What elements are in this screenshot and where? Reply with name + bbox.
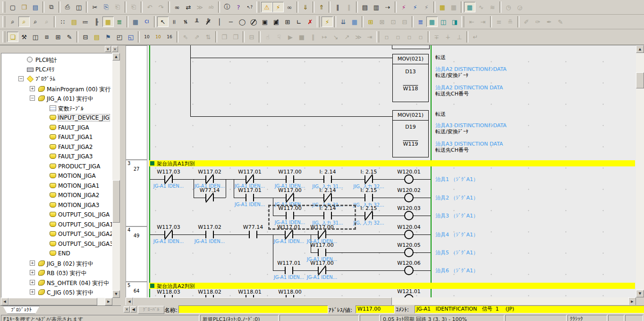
step-in-icon[interactable]: ↘: [330, 32, 341, 42]
tree-scroll-down-icon[interactable]: ▼: [112, 290, 120, 298]
compare-with-plc-icon[interactable]: ∞: [284, 2, 295, 12]
name-field[interactable]: [178, 305, 328, 313]
tree-item-product-jiga[interactable]: PRODUCT_JIGA: [1, 162, 112, 171]
contact-no-W117.01[interactable]: [246, 194, 254, 201]
force-pen-set-icon[interactable]: ✐: [521, 17, 532, 27]
pause-exec-icon[interactable]: ∥: [307, 32, 319, 42]
ladder-horizontal-scrollbar[interactable]: ◀ ▶: [126, 297, 636, 305]
tree-item-motion-jiga[interactable]: MOTION_JIGA: [1, 171, 112, 181]
contact-or-nc-icon[interactable]: ╨: [203, 17, 214, 27]
sort-view-icon[interactable]: ≞: [505, 17, 516, 27]
toolbar-grip[interactable]: [2, 31, 5, 43]
tree-scroll-up-icon[interactable]: ▲: [112, 53, 120, 61]
info-icon[interactable]: ⓘ: [221, 2, 233, 12]
paste-clipboard-icon[interactable]: ⎗: [128, 2, 139, 12]
delete-rung-icon[interactable]: ⊠: [376, 17, 388, 27]
tree-item-output-sol-jiga3[interactable]: OUTPUT_SOL_JIGA3: [1, 239, 112, 249]
view-decimal-icon[interactable]: 10: [141, 32, 153, 42]
print-preview-icon[interactable]: ◫: [73, 2, 85, 12]
insert-rung-icon[interactable]: ⊞: [365, 17, 376, 27]
coil-W120.04[interactable]: [404, 230, 414, 239]
step-out-icon[interactable]: ↗: [341, 32, 353, 42]
list-view-icon[interactable]: ≡: [493, 17, 505, 27]
tree-item-motion-jiga2[interactable]: MOTION_JIGA2: [1, 191, 112, 200]
tree-item-jig-a[interactable]: −JIG_A (01) 実行中: [1, 94, 112, 103]
clock-read-icon[interactable]: ◶: [514, 2, 525, 12]
line-corner-icon[interactable]: ∟: [293, 17, 305, 27]
contact-nc-W117.01[interactable]: [285, 231, 293, 238]
toolbar-grip[interactable]: [2, 1, 5, 13]
force-pen-clear-icon[interactable]: ✎: [555, 17, 566, 27]
copy-icon[interactable]: ⎘: [101, 2, 112, 12]
compare-program-icon[interactable]: ⧉: [46, 2, 57, 12]
cross-ref-report-icon[interactable]: ⊟: [80, 32, 91, 42]
print-icon[interactable]: ⎙: [62, 2, 73, 12]
erase-element-icon[interactable]: ✗: [305, 17, 316, 27]
replace-icon[interactable]: ⇄: [183, 2, 194, 12]
tree-item-programs[interactable]: −ﾌﾟﾛｸﾞﾗﾑ: [1, 74, 112, 84]
toolbar-grip[interactable]: [256, 1, 259, 13]
compile-icon[interactable]: ⚒: [18, 32, 30, 42]
indent-right-icon[interactable]: ⇥: [477, 17, 489, 27]
goto-previous-jump-icon[interactable]: ⇖: [180, 32, 191, 42]
data-trace-icon[interactable]: ∿: [475, 2, 487, 12]
contact-or-no-icon[interactable]: ╨: [191, 17, 203, 27]
tree-scroll-right-icon[interactable]: ▶: [105, 298, 112, 305]
transfer-to-plc-icon[interactable]: ⇓: [300, 2, 311, 12]
goto-jump-icon[interactable]: ⇅: [203, 32, 214, 42]
ci-view-icon[interactable]: CI: [141, 17, 153, 27]
contact-nc-W117.01[interactable]: [246, 175, 254, 183]
tree-expand-main-program-icon[interactable]: +: [30, 86, 35, 91]
watch-window-icon[interactable]: ▦: [426, 17, 438, 27]
open-file-icon[interactable]: ❒: [18, 2, 30, 12]
contact-no-I2.14[interactable]: [323, 212, 332, 219]
watch-window-2-icon[interactable]: ◱: [125, 32, 136, 42]
instruction-new-icon[interactable]: ⊞: [282, 17, 293, 27]
contact-no-W117.00[interactable]: [318, 249, 326, 256]
contact-no-I2.15[interactable]: [364, 194, 373, 201]
contact-nc-I2.15[interactable]: [364, 175, 373, 183]
coil-W120.05[interactable]: [404, 248, 414, 257]
watch-sheet-icon[interactable]: ▦: [464, 2, 475, 12]
rung-comment-icon[interactable]: ▤: [68, 17, 80, 27]
find-address-icon[interactable]: ≫: [194, 2, 205, 12]
clock-write-icon[interactable]: ◷: [503, 2, 514, 12]
save-file-icon[interactable]: ▤: [30, 2, 41, 12]
tree-hscroll-thumb[interactable]: [8, 298, 97, 305]
contact-nc-W117.00[interactable]: [286, 194, 294, 201]
symbol-bar-icon[interactable]: ▦: [130, 17, 141, 27]
tree-expand-jig-a-icon[interactable]: −: [30, 95, 35, 101]
statement-list-icon[interactable]: ≔: [80, 17, 91, 27]
help-icon[interactable]: ?: [233, 2, 244, 12]
rung-margin-0[interactable]: [126, 45, 147, 160]
time-chart-icon[interactable]: ≋: [487, 2, 498, 12]
coil-new-icon[interactable]: ◯: [237, 17, 248, 27]
toolbar-grip[interactable]: [2, 16, 5, 27]
watchbar-collapse-button[interactable]: ◀: [130, 306, 136, 312]
program-check-icon[interactable]: ▤: [359, 2, 371, 12]
view-hex-icon[interactable]: 16: [164, 32, 175, 42]
contact-no-I2.14[interactable]: [323, 175, 332, 183]
force-reset-icon[interactable]: ⚡: [409, 2, 421, 12]
properties-icon[interactable]: ✎: [64, 32, 75, 42]
select-mode-icon[interactable]: ↖: [157, 17, 169, 27]
online-transfer-icon[interactable]: ▦: [349, 17, 360, 27]
force-cancel-icon[interactable]: ⚡: [421, 2, 432, 12]
online-edit-rungs-icon[interactable]: ▥: [371, 2, 382, 12]
tree-expand-c-jig-icon[interactable]: +: [30, 289, 35, 295]
breakpoints-enable-icon[interactable]: ▫: [404, 32, 415, 42]
tree-item-output-sol-jiga[interactable]: OUTPUT_SOL_JIGA: [1, 210, 112, 219]
contact-nc-W117.00[interactable]: [318, 267, 326, 274]
redo-icon[interactable]: ↷: [155, 2, 167, 12]
output-window-icon[interactable]: ◰: [114, 32, 125, 42]
new-file-icon[interactable]: ▢: [7, 2, 18, 12]
differential-monitor-icon[interactable]: ▦: [437, 2, 448, 12]
tree-item-motion-jiga1[interactable]: MOTION_JIGA1: [1, 181, 112, 191]
ladder-scroll-up-icon[interactable]: ▲: [636, 45, 644, 53]
pane-toggle-icon[interactable]: ⊟: [246, 32, 257, 42]
panel-splitter[interactable]: [121, 45, 126, 305]
differential-both-icon[interactable]: ⊥: [454, 32, 465, 42]
coil-W120.06[interactable]: [404, 266, 414, 275]
ladder-scroll-right-icon[interactable]: ▶: [628, 297, 636, 305]
tree-expand-programs-icon[interactable]: −: [18, 76, 24, 81]
